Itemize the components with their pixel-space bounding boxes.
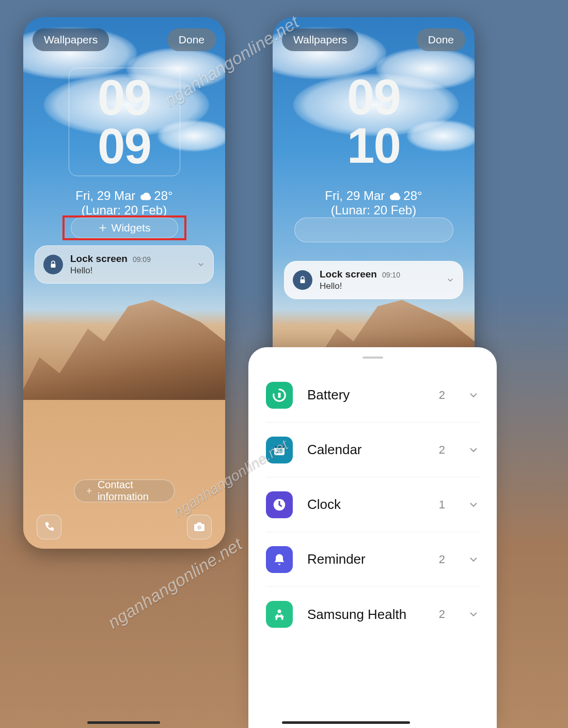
widget-slot-empty[interactable] (294, 218, 453, 242)
camera-icon (193, 522, 206, 532)
notification-message: Hello! (320, 281, 439, 291)
chevron-down-icon (197, 260, 205, 269)
weather-icon: 28° (140, 189, 172, 203)
calendar-icon: 28 (266, 437, 293, 463)
notification-title: Lock screen (70, 253, 128, 265)
svg-rect-0 (51, 264, 56, 268)
widget-label: Battery (307, 387, 424, 403)
gesture-bar (338, 721, 410, 724)
svg-rect-6 (278, 393, 281, 398)
chevron-down-icon (468, 390, 479, 401)
clock-minutes: 10 (323, 121, 424, 170)
phone-icon (43, 521, 55, 533)
date-weather-row[interactable]: Fri, 29 Mar 28° (23, 189, 225, 203)
svg-rect-4 (301, 280, 305, 284)
wallpapers-button[interactable]: Wallpapers (33, 28, 109, 51)
temperature: 28° (403, 189, 422, 203)
widgets-button-highlight: Widgets (65, 218, 184, 238)
widget-count: 2 (439, 553, 445, 566)
notification-time: 09:09 (133, 255, 151, 264)
notification-title: Lock screen (320, 269, 377, 280)
contact-info-label: Contact information (98, 479, 163, 503)
widget-row-calendar[interactable]: 28 Calendar 2 (266, 423, 479, 477)
sheet-handle[interactable] (362, 357, 383, 359)
widget-count: 2 (439, 443, 445, 457)
camera-shortcut[interactable] (187, 515, 212, 539)
widget-picker-sheet[interactable]: Battery 2 28 Calendar 2 Clock 1 Reminder (248, 347, 497, 728)
clock-widget[interactable]: 09 10 (318, 68, 430, 175)
notification-card[interactable]: Lock screen 09:10 Hello! (284, 261, 463, 299)
gesture-bar (88, 721, 160, 724)
widget-count: 1 (439, 498, 445, 512)
clock-icon (266, 491, 293, 518)
phone-shortcut[interactable] (37, 515, 61, 539)
lock-icon (293, 270, 312, 290)
clock-hours: 09 (74, 73, 175, 122)
widget-label: Clock (307, 497, 424, 513)
reminder-icon (266, 546, 293, 573)
wallpapers-button[interactable]: Wallpapers (282, 28, 358, 51)
health-icon (266, 601, 293, 628)
widget-label: Calendar (307, 442, 424, 458)
phone-left: Wallpapers Done 09 09 Fri, 29 Mar 28° (L… (23, 17, 225, 549)
battery-icon (266, 382, 293, 409)
svg-rect-3 (197, 522, 201, 524)
lock-icon (43, 255, 63, 274)
plus-icon (86, 486, 92, 495)
clock-hours: 09 (323, 73, 424, 121)
svg-text:28: 28 (276, 448, 283, 454)
chevron-down-icon (468, 609, 479, 620)
date-text: Fri, 29 Mar (75, 189, 135, 203)
chevron-down-icon (446, 276, 454, 284)
widget-row-battery[interactable]: Battery 2 (266, 368, 479, 423)
contact-info-button[interactable]: Contact information (74, 479, 175, 502)
gesture-bars (0, 721, 568, 724)
notification-time: 09:10 (382, 271, 400, 279)
date-weather-row[interactable]: Fri, 29 Mar 28° (273, 189, 475, 203)
widget-count: 2 (439, 389, 445, 402)
widget-row-health[interactable]: Samsung Health 2 (266, 587, 479, 642)
done-button[interactable]: Done (167, 28, 216, 51)
clock-widget[interactable]: 09 09 (69, 68, 180, 176)
chevron-down-icon (468, 499, 479, 510)
widget-label: Samsung Health (307, 607, 424, 623)
chevron-down-icon (468, 444, 479, 456)
temperature: 28° (154, 189, 172, 203)
widget-row-reminder[interactable]: Reminder 2 (266, 532, 479, 587)
svg-point-11 (278, 610, 281, 613)
widget-row-clock[interactable]: Clock 1 (266, 477, 479, 532)
notification-message: Hello! (70, 266, 190, 276)
lunar-date: (Lunar: 20 Feb) (273, 203, 475, 218)
done-button[interactable]: Done (417, 28, 465, 51)
weather-icon: 28° (390, 189, 422, 203)
widget-label: Reminder (307, 551, 424, 567)
notification-card[interactable]: Lock screen 09:09 Hello! (35, 245, 214, 284)
svg-point-2 (197, 525, 201, 530)
date-text: Fri, 29 Mar (325, 189, 385, 203)
widget-count: 2 (439, 608, 445, 621)
chevron-down-icon (468, 554, 479, 565)
clock-minutes: 09 (74, 122, 175, 171)
